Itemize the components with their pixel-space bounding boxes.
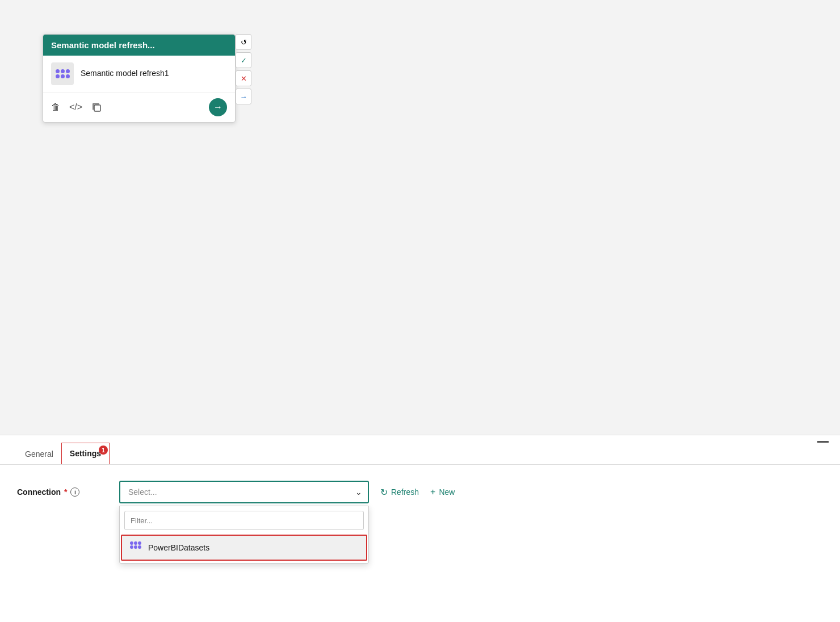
plus-icon: + [430,487,435,497]
activity-card-footer: 🗑 </> → [43,92,235,122]
action-buttons: ↻ Refresh + New [380,487,455,498]
item-dot-4 [130,545,133,549]
side-cross-icon[interactable]: ✕ [236,70,251,86]
dropdown-item-powerbidatasets[interactable]: PowerBIDatasets [121,535,367,561]
activity-name: Semantic model refresh1 [81,68,169,79]
dropdown-open-menu: PowerBIDatasets [119,506,369,564]
required-star: * [64,487,67,497]
side-connectors: ↺ ✓ ✕ → [236,34,251,104]
dot-1 [56,69,60,73]
connection-dropdown-container: Select... ⌄ [119,481,369,503]
refresh-label: Refresh [391,487,419,497]
tabs-row: General Settings 1 [0,435,840,465]
dropdown-placeholder: Select... [128,487,157,497]
filter-input[interactable] [124,511,364,530]
item-dot-5 [134,545,137,549]
bottom-panel: General Settings 1 Connection * i Select… [0,435,840,622]
item-dot-3 [138,541,141,545]
info-icon[interactable]: i [70,487,79,497]
activity-card-header: Semantic model refresh... [43,35,235,56]
powerbidatasets-label: PowerBIDatasets [148,543,209,552]
connection-row: Connection * i Select... ⌄ [17,481,823,503]
refresh-icon: ↻ [380,487,388,498]
arrow-right-icon: → [213,102,222,112]
code-icon[interactable]: </> [69,102,82,112]
dot-3 [66,69,70,73]
go-button[interactable]: → [209,98,227,116]
tab-settings-label: Settings [70,449,101,458]
dot-2 [61,69,65,73]
connection-dropdown[interactable]: Select... [119,481,369,503]
activity-card-body: Semantic model refresh1 [43,56,235,92]
card-title: Semantic model refresh... [51,40,155,50]
activity-type-icon [51,62,74,85]
dot-6 [66,74,70,78]
minimize-bar [817,441,829,443]
tab-general-label: General [25,449,53,459]
side-refresh-icon[interactable]: ↺ [236,34,251,50]
dots-grid-icon [56,69,70,78]
settings-badge: 1 [99,446,108,455]
powerbidatasets-icon [130,541,142,554]
side-arrow-icon[interactable]: → [236,89,251,104]
new-label: New [439,487,455,497]
dot-4 [56,74,60,78]
connection-label: Connection * i [17,487,108,497]
copy-icon[interactable] [91,102,102,112]
item-dot-1 [130,541,133,545]
minimize-button[interactable] [817,441,829,443]
side-check-icon[interactable]: ✓ [236,52,251,68]
delete-icon[interactable]: 🗑 [51,102,60,112]
new-button[interactable]: + New [430,487,455,497]
connection-text: Connection [17,487,61,497]
tab-settings[interactable]: Settings 1 [61,443,110,464]
activity-card: Semantic model refresh... Semantic model… [43,34,236,123]
svg-rect-0 [94,105,100,111]
filter-wrap [120,506,368,535]
panel-content: Connection * i Select... ⌄ [0,465,840,519]
item-dot-6 [138,545,141,549]
tab-general[interactable]: General [17,444,61,464]
refresh-button[interactable]: ↻ Refresh [380,487,419,498]
dot-5 [61,74,65,78]
item-dot-2 [134,541,137,545]
